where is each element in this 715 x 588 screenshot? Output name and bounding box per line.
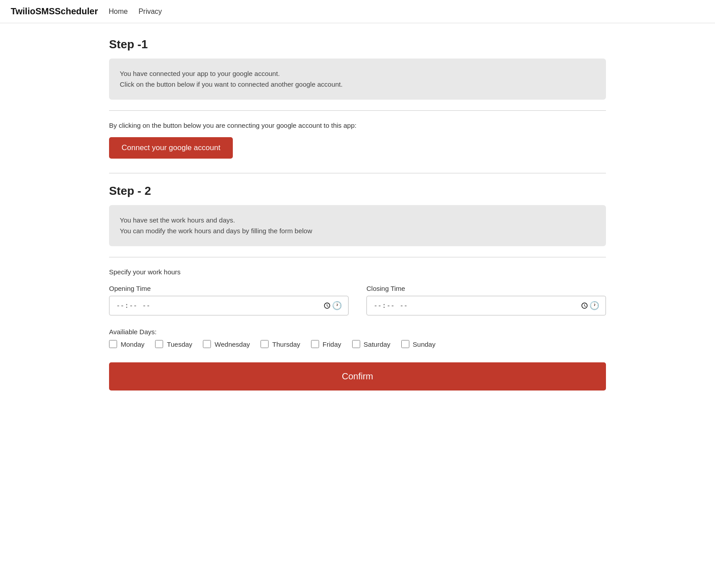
day-item-sunday[interactable]: Sunday [401,340,436,348]
step2-heading: Step - 2 [109,184,606,198]
checkbox-wednesday[interactable] [203,340,211,348]
closing-time-clock-icon: 🕐 [589,301,599,311]
day-label-friday: Friday [323,340,341,348]
navbar: TwilioSMSScheduler Home Privacy [0,0,715,23]
divider-3 [109,257,606,257]
confirm-button[interactable]: Confirm [109,362,606,391]
day-item-monday[interactable]: Monday [109,340,144,348]
checkbox-friday[interactable] [311,340,319,348]
checkbox-saturday[interactable] [352,340,360,348]
step2-info-line2: You can modify the work hours and days b… [120,226,595,236]
nav-link-privacy[interactable]: Privacy [139,8,162,16]
day-label-thursday: Thursday [272,340,300,348]
day-label-sunday: Sunday [413,340,436,348]
connect-description: By clicking on the button below you are … [109,122,606,129]
main-content: Step -1 You have connected your app to y… [98,23,617,417]
day-item-friday[interactable]: Friday [311,340,341,348]
available-days-label: Availiable Days: [109,328,606,336]
checkbox-tuesday[interactable] [155,340,163,348]
work-hours-label: Specify your work hours [109,268,606,276]
step1-heading: Step -1 [109,38,606,51]
time-inputs-row: Opening Time 🕐 Closing Time 🕐 [109,285,606,315]
opening-time-label: Opening Time [109,285,349,292]
divider-1 [109,110,606,111]
step1-info-line1: You have connected your app to your goog… [120,68,595,79]
day-item-saturday[interactable]: Saturday [352,340,391,348]
day-label-tuesday: Tuesday [167,340,192,348]
day-label-saturday: Saturday [364,340,391,348]
divider-2 [109,173,606,173]
step2-info-line1: You have set the work hours and days. [120,215,595,226]
step1-info-box: You have connected your app to your goog… [109,59,606,100]
step2-info-box: You have set the work hours and days. Yo… [109,205,606,246]
nav-link-home[interactable]: Home [109,8,128,16]
checkbox-sunday[interactable] [401,340,409,348]
closing-time-wrapper: 🕐 [366,296,606,315]
step1-info-line2: Click on the button below if you want to… [120,79,595,90]
closing-time-input[interactable] [373,301,589,311]
day-item-thursday[interactable]: Thursday [261,340,300,348]
day-item-wednesday[interactable]: Wednesday [203,340,250,348]
day-item-tuesday[interactable]: Tuesday [155,340,192,348]
opening-time-group: Opening Time 🕐 [109,285,349,315]
closing-time-label: Closing Time [366,285,606,292]
closing-time-group: Closing Time 🕐 [366,285,606,315]
opening-time-wrapper: 🕐 [109,296,349,315]
checkbox-thursday[interactable] [261,340,269,348]
opening-time-input[interactable] [116,301,332,311]
day-label-monday: Monday [121,340,144,348]
day-label-wednesday: Wednesday [214,340,250,348]
connect-google-button[interactable]: Connect your google account [109,137,233,159]
days-checkboxes-group: MondayTuesdayWednesdayThursdayFridaySatu… [109,340,606,348]
available-days-section: Availiable Days: MondayTuesdayWednesdayT… [109,328,606,348]
opening-time-clock-icon: 🕐 [332,301,342,311]
nav-brand: TwilioSMSScheduler [11,6,98,17]
checkbox-monday[interactable] [109,340,117,348]
